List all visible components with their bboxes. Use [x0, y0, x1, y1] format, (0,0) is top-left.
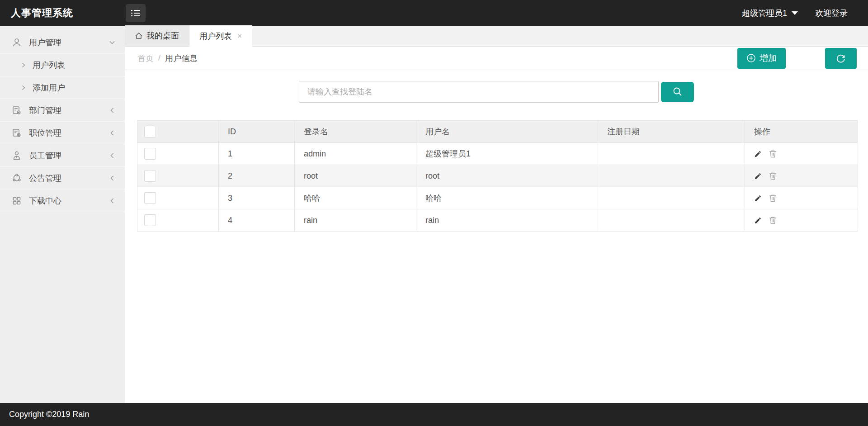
row-checkbox[interactable] — [144, 192, 156, 204]
sidebar-subitem-add-user[interactable]: 添加用户 — [0, 76, 125, 99]
column-header-id: ID — [219, 121, 295, 143]
sidebar-subitem-label: 用户列表 — [33, 60, 65, 71]
search-row — [125, 81, 868, 103]
delete-button[interactable] — [769, 194, 777, 202]
cell-login: rain — [295, 209, 416, 232]
delete-button[interactable] — [769, 150, 777, 158]
refresh-button[interactable] — [825, 48, 857, 69]
chevron-left-icon — [108, 175, 116, 182]
sidebar-item-announcement-management[interactable]: 公告管理 — [0, 167, 125, 189]
menu-list-icon — [131, 9, 141, 18]
pencil-icon — [754, 150, 762, 158]
trash-icon — [769, 150, 777, 158]
sidebar-item-position-management[interactable]: 职位管理 — [0, 122, 125, 144]
table-row: 3 哈哈 哈哈 — [137, 187, 858, 209]
user-dropdown[interactable]: 超级管理员1 — [742, 8, 798, 19]
user-table: ID 登录名 用户名 注册日期 操作 1 admin 超级管理员1 — [137, 120, 858, 232]
cell-username: rain — [416, 209, 598, 232]
cell-login: root — [295, 165, 416, 187]
app-footer: Copyright ©2019 Rain — [0, 403, 868, 426]
chevron-left-icon — [108, 129, 116, 137]
row-checkbox[interactable] — [144, 148, 156, 160]
trash-icon — [769, 194, 777, 202]
breadcrumb-separator: / — [158, 53, 160, 63]
row-checkbox[interactable] — [144, 170, 156, 182]
tab-bar: 我的桌面 用户列表 × — [125, 26, 868, 47]
cell-login: admin — [295, 143, 416, 165]
table-row: 2 root root — [137, 165, 858, 187]
document-gear-icon — [12, 105, 22, 115]
cell-username: 超级管理员1 — [416, 143, 598, 165]
add-button[interactable]: 增加 — [737, 48, 786, 69]
table-header-row: ID 登录名 用户名 注册日期 操作 — [137, 121, 858, 143]
cell-id: 4 — [219, 209, 295, 232]
sidebar-subitem-label: 添加用户 — [33, 82, 65, 93]
chevron-left-icon — [108, 107, 116, 114]
edit-button[interactable] — [754, 194, 762, 202]
close-icon[interactable]: × — [237, 32, 242, 40]
edit-button[interactable] — [754, 150, 762, 158]
delete-button[interactable] — [769, 216, 777, 224]
delete-button[interactable] — [769, 172, 777, 180]
app-title: 人事管理系统 — [0, 6, 125, 20]
cell-login: 哈哈 — [295, 187, 416, 209]
pencil-icon — [754, 172, 762, 180]
caret-down-icon — [792, 11, 798, 15]
home-icon — [135, 32, 143, 40]
employee-icon — [12, 151, 22, 161]
sidebar-item-label: 下载中心 — [29, 195, 61, 206]
sidebar-toggle-button[interactable] — [126, 4, 146, 22]
breadcrumb-current: 用户信息 — [165, 53, 198, 64]
sidebar-item-label: 员工管理 — [29, 150, 61, 161]
cell-regdate — [598, 209, 745, 232]
share-nodes-icon — [12, 173, 22, 183]
user-icon — [12, 38, 22, 47]
plus-circle-icon — [746, 53, 756, 63]
sidebar-item-user-management[interactable]: 用户管理 — [0, 31, 125, 54]
tab-label: 我的桌面 — [146, 30, 179, 41]
copyright-text: Copyright ©2019 Rain — [9, 410, 89, 419]
breadcrumb-toolbar-row: 首页 / 用户信息 增加 — [125, 47, 868, 70]
magnifier-icon — [672, 86, 684, 98]
cell-username: 哈哈 — [416, 187, 598, 209]
table-body: 1 admin 超级管理员1 — [137, 143, 858, 232]
tab-my-desktop[interactable]: 我的桌面 — [125, 25, 189, 46]
cell-id: 2 — [219, 165, 295, 187]
cell-id: 1 — [219, 143, 295, 165]
refresh-icon — [835, 53, 846, 64]
cell-regdate — [598, 187, 745, 209]
sidebar-item-employee-management[interactable]: 员工管理 — [0, 144, 125, 167]
pencil-icon — [754, 217, 762, 224]
column-header-regdate: 注册日期 — [598, 121, 745, 143]
sidebar-item-label: 用户管理 — [29, 37, 61, 48]
trash-icon — [769, 216, 777, 224]
sidebar-subitem-user-list[interactable]: 用户列表 — [0, 54, 125, 76]
sidebar-item-department-management[interactable]: 部门管理 — [0, 99, 125, 122]
sidebar-item-label: 职位管理 — [29, 128, 61, 138]
chevron-down-icon — [108, 39, 116, 46]
main-area: 我的桌面 用户列表 × 首页 / 用户信息 增加 — [125, 26, 868, 403]
column-header-username: 用户名 — [416, 121, 598, 143]
search-button[interactable] — [661, 82, 694, 102]
breadcrumb: 首页 / 用户信息 — [137, 53, 198, 64]
edit-button[interactable] — [754, 217, 762, 224]
table-row: 4 rain rain — [137, 209, 858, 232]
document-gear-icon — [12, 128, 22, 138]
cell-id: 3 — [219, 187, 295, 209]
cell-regdate — [598, 165, 745, 187]
sidebar-item-label: 公告管理 — [29, 173, 61, 184]
row-checkbox[interactable] — [144, 214, 156, 226]
grid-icon — [12, 196, 22, 206]
select-all-checkbox[interactable] — [144, 126, 156, 137]
sidebar-item-label: 部门管理 — [29, 105, 61, 116]
tab-user-list[interactable]: 用户列表 × — [189, 25, 252, 47]
breadcrumb-home-link[interactable]: 首页 — [137, 53, 154, 64]
search-input[interactable] — [299, 81, 659, 103]
edit-button[interactable] — [754, 172, 762, 180]
user-name: 超级管理员1 — [742, 8, 787, 19]
column-header-login: 登录名 — [295, 121, 416, 143]
welcome-link[interactable]: 欢迎登录 — [815, 8, 848, 19]
chevron-right-icon — [21, 85, 26, 91]
cell-regdate — [598, 143, 745, 165]
sidebar-item-download-center[interactable]: 下载中心 — [0, 189, 125, 212]
